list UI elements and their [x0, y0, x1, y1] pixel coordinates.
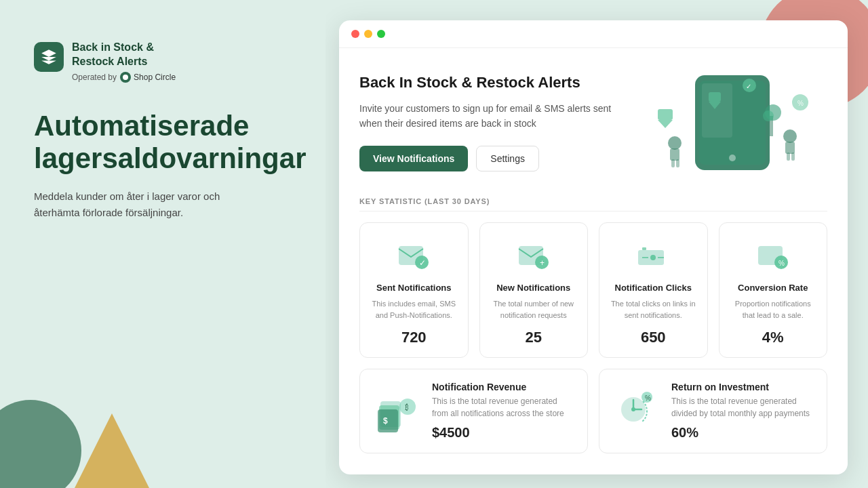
svg-text:+: +	[540, 258, 545, 268]
stat-title-conversion: Conversion Rate	[738, 283, 808, 293]
app-hero-left: Back In Stock & Restock Alerts Invite yo…	[359, 74, 617, 172]
shop-circle-name: Shop Circle	[134, 73, 176, 82]
stat-title-roi: Return on Investment	[671, 382, 813, 392]
phone-illustration: % ✓	[637, 68, 827, 177]
new-notifications-icon: +	[513, 237, 554, 277]
svg-rect-7	[676, 159, 679, 167]
roi-icon: %	[613, 388, 660, 435]
svg-rect-30	[642, 247, 646, 250]
svg-text:%: %	[797, 100, 804, 107]
svg-marker-16	[658, 120, 673, 128]
app-window-title: Back In Stock & Restock Alerts	[359, 74, 617, 92]
phone-svg: % ✓	[637, 68, 827, 177]
notification-clicks-icon	[633, 237, 673, 277]
stat-title-new: New Notifications	[496, 283, 570, 293]
svg-rect-11	[791, 152, 795, 161]
svg-rect-15	[658, 109, 673, 120]
right-panel: Back In Stock & Restock Alerts Invite yo…	[326, 0, 868, 488]
svg-rect-2	[702, 83, 732, 138]
hero-title: Automatiserade lagersaldovarningar	[34, 110, 292, 176]
svg-text:₿: ₿	[405, 403, 409, 411]
stat-title-clicks: Notification Clicks	[615, 283, 692, 293]
stat-value-clicks: 650	[641, 329, 666, 346]
stat-card-conversion: % Conversion Rate Proportion notificatio…	[719, 222, 828, 358]
stat-revenue-content: Notification Revenue This is the total r…	[432, 382, 574, 441]
svg-point-3	[729, 155, 736, 161]
stat-desc-new: The total number of new notification req…	[491, 298, 577, 321]
stats-grid-4: ✓ Sent Notifications This includes email…	[359, 222, 827, 358]
operated-by: Operated by Shop Circle	[72, 72, 176, 83]
svg-text:%: %	[645, 394, 651, 402]
svg-point-31	[650, 255, 656, 260]
shop-circle-icon	[120, 72, 131, 83]
svg-text:✓: ✓	[746, 83, 751, 90]
settings-button[interactable]: Settings	[476, 146, 539, 171]
window-chrome	[339, 20, 848, 48]
view-notifications-button[interactable]: View Notifications	[359, 146, 468, 171]
stat-value-conversion: 4%	[762, 329, 784, 346]
deco-triangle	[75, 413, 149, 488]
stat-value-new: 25	[526, 329, 542, 346]
stat-roi-content: Return on Investment This is the total r…	[671, 382, 813, 441]
window-content: Back In Stock & Restock Alerts Invite yo…	[339, 48, 848, 474]
app-window: Back In Stock & Restock Alerts Invite yo…	[339, 20, 848, 474]
stat-desc-roi: This is the total revenue generated divi…	[671, 395, 813, 420]
stat-card-revenue: $ ₿ Notification Revenue This is the tot…	[359, 369, 588, 453]
app-hero-section: Back In Stock & Restock Alerts Invite yo…	[359, 68, 827, 177]
stat-desc-sent: This includes email, SMS and Push-Notifi…	[371, 298, 457, 321]
app-window-description: Invite your customers to sign up for ema…	[359, 101, 617, 131]
svg-text:%: %	[778, 260, 785, 267]
app-title-group: Back in Stock & Restock Alerts Operated …	[72, 41, 176, 83]
stat-title-sent: Sent Notifications	[376, 283, 452, 293]
app-icon	[34, 42, 64, 72]
svg-rect-9	[785, 142, 795, 154]
stat-value-roi: 60%	[671, 425, 813, 441]
stat-title-revenue: Notification Revenue	[432, 382, 574, 392]
maximize-dot[interactable]	[377, 30, 385, 38]
svg-rect-39	[378, 409, 398, 432]
svg-point-44	[631, 407, 635, 411]
svg-point-4	[668, 136, 682, 150]
stat-desc-conversion: Proportion notifications that lead to a …	[730, 298, 816, 321]
window-dots	[351, 30, 385, 38]
svg-rect-5	[670, 148, 679, 161]
shop-circle-logo: Shop Circle	[120, 72, 176, 83]
stat-card-new: + New Notifications The total number of …	[479, 222, 589, 358]
svg-text:$: $	[383, 416, 388, 426]
operated-by-label: Operated by	[72, 73, 117, 82]
app-header: Back in Stock & Restock Alerts Operated …	[34, 41, 292, 83]
svg-point-14	[763, 110, 774, 121]
hero-buttons: View Notifications Settings	[359, 146, 617, 171]
stats-grid-2: $ ₿ Notification Revenue This is the tot…	[359, 369, 827, 453]
app-title: Back in Stock & Restock Alerts	[72, 41, 176, 69]
deco-circle	[0, 400, 81, 488]
box-icon	[40, 48, 58, 66]
left-panel: Back in Stock & Restock Alerts Operated …	[0, 0, 326, 488]
minimize-dot[interactable]	[364, 30, 372, 38]
stat-card-roi: % Return on Investment This is the total…	[599, 369, 827, 453]
stat-value-sent: 720	[401, 329, 427, 346]
stat-desc-revenue: This is the total revenue generated from…	[432, 395, 574, 420]
stat-card-sent: ✓ Sent Notifications This includes email…	[359, 222, 469, 358]
stats-section-label: KEY STATISTIC (LAST 30 DAYS)	[359, 197, 827, 211]
notification-revenue-icon: $ ₿	[374, 388, 421, 435]
svg-rect-10	[787, 152, 790, 161]
stat-desc-clicks: The total clicks on links in sent notifi…	[610, 298, 696, 321]
svg-point-8	[783, 129, 797, 143]
svg-rect-19	[709, 92, 721, 102]
svg-text:✓: ✓	[419, 258, 426, 268]
stat-card-clicks: Notification Clicks The total clicks on …	[599, 222, 708, 358]
hero-subtitle: Meddela kunder om åter i lager varor och…	[34, 188, 264, 221]
close-dot[interactable]	[351, 30, 359, 38]
sent-notifications-icon: ✓	[393, 237, 434, 277]
svg-rect-6	[671, 159, 675, 167]
conversion-rate-icon: %	[753, 237, 793, 277]
stat-value-revenue: $4500	[432, 425, 574, 441]
